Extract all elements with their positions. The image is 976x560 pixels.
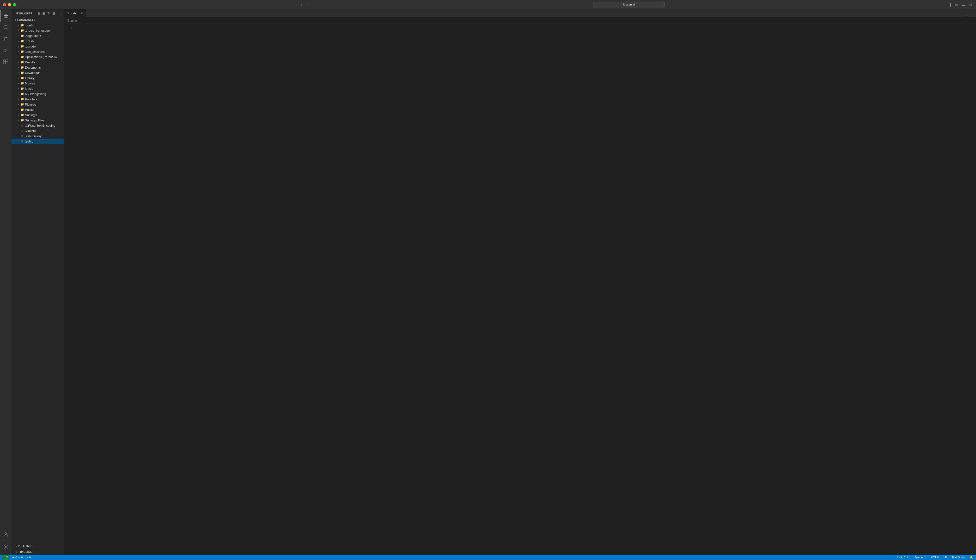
tree-item-documents[interactable]: › 📁 Documents — [12, 65, 64, 70]
notifications[interactable]: 🔔 — [969, 555, 974, 560]
svg-rect-9 — [3, 60, 5, 62]
new-file-icon[interactable]: ⊕ — [37, 11, 41, 16]
remote-badge[interactable]: ⇄ X — [2, 555, 9, 560]
chevron-icon: › — [16, 50, 20, 53]
activity-item-account[interactable] — [0, 529, 12, 540]
tree-item-zshrc[interactable]: › $ .zshrc — [12, 139, 64, 144]
tree-item-music[interactable]: › 📁 Music — [12, 86, 64, 91]
sidebar-header: EXPLORER ⊕ ⊞ ↻ ⊟ … — [12, 9, 64, 17]
line-ending[interactable]: LF — [943, 555, 948, 560]
search-input[interactable] — [593, 2, 665, 7]
root-chevron: ▾ — [13, 18, 17, 22]
item-label: Pictures — [25, 103, 36, 106]
outline-panel-header[interactable]: › OUTLINE — [12, 543, 64, 549]
breadcrumb-label: .zshrc — [70, 19, 78, 22]
tree-item-trash[interactable]: › 📁 .Trash — [12, 38, 64, 44]
tab-zshrc[interactable]: $ .zshrc × — [64, 9, 86, 17]
svg-rect-11 — [3, 62, 5, 64]
tree-item-sunlogin[interactable]: › 📁 Sunlogin — [12, 112, 64, 118]
folder-icon: 📁 — [20, 50, 24, 53]
item-label: .sogouinput — [25, 34, 41, 38]
line-number-1: 1 — [64, 26, 72, 30]
tree-root-folder[interactable]: ▾ LIUGUANLEI — [12, 17, 64, 23]
search-container: 🔍 — [593, 2, 665, 7]
sidebar-toggle-icon[interactable]: ▐ — [948, 2, 952, 7]
breadcrumb-item: $ .zshrc — [67, 19, 78, 22]
tree-item-wangwang[interactable]: › 📁 My WangWang — [12, 91, 64, 97]
warning-icon: ⚠ — [18, 556, 20, 559]
tree-item-parallels[interactable]: › 📁 Parallels — [12, 97, 64, 102]
folder-icon: 📁 — [20, 102, 24, 106]
tree-item-public[interactable]: › 📁 Public — [12, 107, 64, 112]
tree-item-downloads[interactable]: › 📁 Downloads — [12, 70, 64, 75]
tree-item-viminfo[interactable]: › ≡ .viminfo — [12, 128, 64, 133]
tree-item-library[interactable]: › 📁 Library — [12, 75, 64, 81]
titlebar: ‹ › 🔍 ▐ ▭ ▬ ⊟ — [0, 0, 976, 9]
activity-item-search[interactable] — [0, 22, 12, 33]
tree-item-desktop[interactable]: › 📁 Desktop — [12, 60, 64, 65]
collapse-all-icon[interactable]: ⊟ — [52, 11, 56, 16]
folder-icon: 📁 — [20, 55, 24, 59]
svg-rect-3 — [6, 16, 8, 18]
more-tab-actions-icon[interactable]: … — [970, 12, 974, 17]
panel-layout-icon[interactable]: ▬ — [961, 2, 966, 7]
svg-point-14 — [5, 546, 7, 548]
customize-layout-icon[interactable]: ⊟ — [968, 2, 973, 7]
item-label: Applications (Parallels) — [25, 55, 57, 59]
svg-rect-10 — [6, 60, 8, 62]
git-branch[interactable]: ⑂ 0 — [26, 555, 32, 560]
item-label: .viminfo — [25, 129, 36, 133]
tree-item-applications[interactable]: › 📁 Applications (Parallels) — [12, 54, 64, 60]
tree-item-zsh-sessions[interactable]: › 📁 .zsh_sessions — [12, 49, 64, 54]
back-button[interactable]: ‹ — [299, 2, 304, 7]
timeline-panel-header[interactable]: › TIMELINE — [12, 549, 64, 555]
item-label: Movies — [25, 82, 35, 85]
minimize-button[interactable] — [8, 3, 11, 6]
tree-item-sogouinput[interactable]: › 📁 .sogouinput — [12, 33, 64, 38]
split-editor-icon[interactable]: ⊟ — [965, 12, 969, 17]
chevron-icon: › — [16, 108, 20, 112]
main-layout: EXPLORER ⊕ ⊞ ↻ ⊟ … ▾ LIUGUANLEI › 📁 — [0, 9, 976, 555]
errors-warnings[interactable]: ⊗ 0 ⚠ 0 — [11, 555, 23, 560]
tree-item-zsh-history[interactable]: › ≡ .zsh_history — [12, 133, 64, 139]
tree-item-vscode[interactable]: › 📁 .vscode — [12, 44, 64, 49]
editor-layout-icon[interactable]: ▭ — [954, 2, 959, 7]
tree-item-config[interactable]: › 📁 .config — [12, 23, 64, 28]
tree-item-cfusertextencoding[interactable]: › ≡ .CFUserTextEncoding — [12, 123, 64, 128]
tab-close-button[interactable]: × — [81, 11, 83, 15]
activity-item-source-control[interactable] — [0, 33, 12, 45]
maximize-button[interactable] — [13, 3, 16, 6]
folder-icon: 📁 — [20, 81, 24, 85]
svg-rect-0 — [4, 14, 6, 16]
activity-item-extensions[interactable] — [0, 56, 12, 68]
line-col[interactable]: Ln 1, Col 1 — [896, 555, 911, 560]
language[interactable]: Shell Script — [950, 555, 966, 560]
activity-item-settings[interactable] — [0, 541, 12, 553]
svg-point-8 — [4, 40, 5, 41]
encoding-label: UTF-8 — [931, 556, 939, 559]
close-button[interactable] — [3, 3, 6, 6]
editor-content[interactable] — [76, 24, 976, 555]
sidebar-header-actions: ⊕ ⊞ ↻ ⊟ … — [37, 11, 62, 16]
new-folder-icon[interactable]: ⊞ — [42, 11, 46, 16]
svg-rect-12 — [6, 62, 8, 64]
activity-item-run[interactable] — [0, 45, 12, 56]
editor: 1 — [64, 24, 976, 555]
refresh-icon[interactable]: ↻ — [47, 11, 51, 16]
timeline-chevron-icon: › — [16, 551, 17, 553]
tree-item-oracle[interactable]: › 📁 .oracle_jre_usage — [12, 28, 64, 33]
status-bar: ⇄ X ⊗ 0 ⚠ 0 ⑂ 0 Ln 1, Col 1 Spaces: 4 UT… — [0, 555, 976, 560]
item-label: Library — [25, 76, 35, 80]
encoding[interactable]: UTF-8 — [930, 555, 939, 560]
svg-point-7 — [7, 37, 8, 38]
tree-item-sunlogin-files[interactable]: › 📁 Sunlogin Files — [12, 118, 64, 123]
more-actions-icon[interactable]: … — [57, 11, 62, 16]
activity-item-explorer[interactable] — [0, 10, 12, 22]
folder-icon: 📁 — [20, 87, 24, 90]
spaces[interactable]: Spaces: 4 — [914, 555, 927, 560]
folder-icon: 📁 — [20, 28, 24, 32]
tree-item-movies[interactable]: › 📁 Movies — [12, 81, 64, 86]
forward-button[interactable]: › — [305, 2, 309, 7]
svg-line-5 — [7, 28, 8, 30]
tree-item-pictures[interactable]: › 📁 Pictures — [12, 102, 64, 107]
